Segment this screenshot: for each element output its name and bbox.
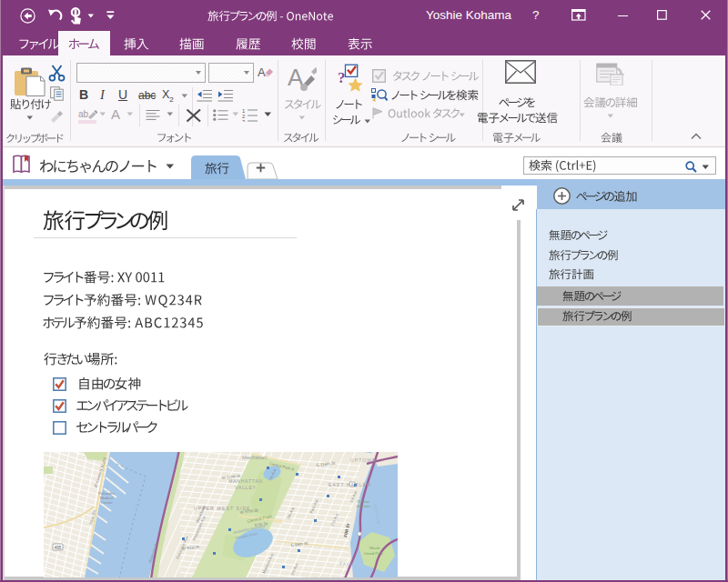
svg-text:A: A — [258, 65, 266, 79]
svg-text:VALLEY: VALLEY — [235, 485, 256, 490]
svg-text:EAST HARLEM: EAST HARLEM — [329, 482, 371, 487]
svg-text:Thomas: Thomas — [357, 500, 369, 504]
svg-text:Island Park: Island Park — [364, 551, 384, 556]
svg-text:UPTOWN: UPTOWN — [350, 457, 377, 463]
svg-text:?: ? — [338, 69, 346, 86]
svg-text:Center: Center — [101, 500, 113, 505]
svg-text:Jefferson: Jefferson — [356, 505, 370, 508]
svg-text:Wards: Wards — [369, 546, 380, 550]
svg-text:MANHATTAN: MANHATTAN — [228, 478, 263, 484]
svg-text:Manhattan: Manhattan — [242, 455, 267, 460]
svg-text:495: 495 — [55, 546, 62, 550]
svg-text:3: 3 — [242, 119, 246, 122]
